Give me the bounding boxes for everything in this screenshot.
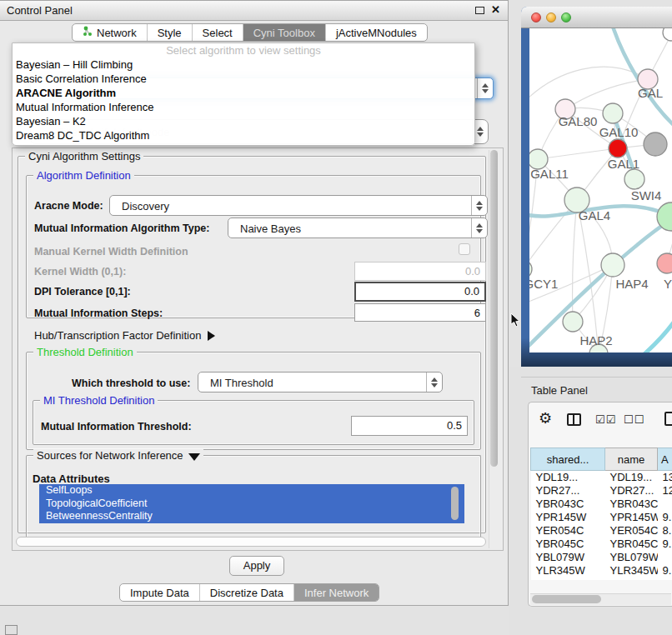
network-node[interactable] xyxy=(601,253,624,277)
network-node[interactable] xyxy=(644,132,667,156)
table-row[interactable]: YBR045CYBR045C9. xyxy=(531,538,672,551)
network-node[interactable] xyxy=(663,28,672,41)
network-node[interactable] xyxy=(624,169,644,189)
table-cell[interactable]: 12 xyxy=(658,484,672,498)
table-cell[interactable]: 9. xyxy=(658,538,672,551)
dpi-tolerance-field[interactable]: 0.0 xyxy=(354,282,486,302)
settings-vscrollbar-track[interactable] xyxy=(489,150,498,548)
tab-select[interactable]: Select xyxy=(193,24,243,41)
mi-threshold-field[interactable]: 0.5 xyxy=(351,416,468,436)
network-edge[interactable] xyxy=(538,148,618,159)
table-cell[interactable]: YIL052C xyxy=(605,578,658,581)
table-cell[interactable]: YBR043C xyxy=(531,498,605,511)
table-cell[interactable]: YPR145W xyxy=(531,511,605,524)
data-attributes-label: Data Attributes xyxy=(33,472,110,485)
table-row[interactable]: YBL079WYBL079W xyxy=(531,551,672,564)
mi-type-combobox[interactable]: Naive Bayes xyxy=(228,218,488,238)
algorithm-option[interactable]: Bayesian – K2 xyxy=(13,114,474,128)
algorithm-option[interactable]: Bayesian – Hill Climbing xyxy=(13,58,474,72)
select-all-checkboxes-icon[interactable]: ☑☑ xyxy=(595,413,616,426)
table-row[interactable]: YIL052CYIL052C0. xyxy=(531,578,672,581)
tab-infer-network[interactable]: Infer Network xyxy=(294,584,379,601)
new-table-icon[interactable] xyxy=(664,412,672,426)
table-cell[interactable]: YBL079W xyxy=(531,551,605,564)
data-attribute-item[interactable]: BetweennessCentrality xyxy=(39,510,464,523)
column-header-shared-name[interactable]: shared... xyxy=(531,448,605,471)
algorithm-option[interactable]: Dream8 DC_TDC Algorithm xyxy=(13,128,474,142)
algorithm-option[interactable]: ARACNE Algorithm xyxy=(13,86,474,100)
hub-definition-toggle[interactable]: Hub/Transcription Factor Definition xyxy=(34,329,215,342)
table-cell[interactable]: YDL19... xyxy=(605,471,658,484)
table-row[interactable]: YDL19...YDL19...13 xyxy=(531,471,672,484)
data-attributes-list[interactable]: SelfLoopsTopologicalCoefficientBetweenne… xyxy=(39,484,464,523)
table-cell[interactable]: YLR345W xyxy=(605,564,658,578)
network-node[interactable] xyxy=(563,312,583,332)
column-header-name[interactable]: name xyxy=(605,448,658,471)
tab-style[interactable]: Style xyxy=(148,24,193,41)
table-cell[interactable]: YDL19... xyxy=(531,471,605,484)
tab-jactivemnodules[interactable]: jActiveMNodules xyxy=(326,24,427,41)
algorithm-option[interactable]: Mutual Information Inference xyxy=(13,100,474,114)
settings-hscrollbar-thumb[interactable] xyxy=(16,537,486,547)
split-columns-icon[interactable] xyxy=(567,413,581,426)
table-cell[interactable] xyxy=(658,498,672,511)
aracne-mode-combobox[interactable]: Discovery xyxy=(109,195,488,216)
kernel-width-field[interactable]: 0.0 xyxy=(354,262,486,281)
table-row[interactable]: YLR345WYLR345W9. xyxy=(531,564,672,578)
table-cell[interactable]: YDR27... xyxy=(531,484,605,498)
table-cell[interactable]: YBR043C xyxy=(605,498,658,511)
table-cell[interactable]: YBR045C xyxy=(605,538,658,551)
settings-vscrollbar-thumb[interactable] xyxy=(490,150,498,467)
network-node[interactable] xyxy=(657,253,672,273)
table-row[interactable]: YPR145WYPR145W9. xyxy=(531,511,672,524)
which-threshold-combobox[interactable]: MI Threshold xyxy=(198,372,443,392)
float-window-icon[interactable] xyxy=(475,7,484,14)
table-cell[interactable]: YIL052C xyxy=(531,578,605,581)
manual-kernel-checkbox[interactable] xyxy=(459,243,470,255)
deselect-all-checkboxes-icon[interactable]: ☐☐ xyxy=(624,413,644,426)
table-cell[interactable] xyxy=(658,551,672,564)
control-panel-titlebar[interactable]: Control Panel ✕ xyxy=(0,1,508,21)
table-cell[interactable]: 9. xyxy=(658,511,672,524)
table-cell[interactable]: YER054C xyxy=(531,524,605,538)
table-row[interactable]: YER054CYER054C8. xyxy=(531,524,672,538)
column-header-partial[interactable]: A xyxy=(658,448,672,471)
panel-grip-icon[interactable] xyxy=(5,625,18,635)
tab-cyni-toolbox[interactable]: Cyni Toolbox xyxy=(243,24,326,41)
table-cell[interactable]: 13 xyxy=(658,471,672,484)
tab-discretize-data[interactable]: Discretize Data xyxy=(200,584,294,601)
table-cell[interactable]: 0. xyxy=(658,578,672,581)
table-cell[interactable]: YER054C xyxy=(605,524,658,538)
tab-impute-data[interactable]: Impute Data xyxy=(120,584,200,601)
table-cell[interactable]: 8. xyxy=(658,524,672,538)
data-attribute-item[interactable]: SelfLoops xyxy=(39,484,464,498)
network-node[interactable] xyxy=(529,260,532,278)
close-icon[interactable]: ✕ xyxy=(491,3,500,16)
data-attribute-item[interactable]: TopologicalCoefficient xyxy=(39,498,464,511)
gear-icon[interactable]: ⚙ xyxy=(539,409,552,427)
table-cell[interactable]: YPR145W xyxy=(605,511,658,524)
close-traffic-light-icon[interactable] xyxy=(531,12,541,22)
table-cell[interactable]: YBL079W xyxy=(605,551,658,564)
zoom-traffic-light-icon[interactable] xyxy=(561,12,571,22)
mi-steps-field[interactable]: 6 xyxy=(354,303,486,322)
table-row[interactable]: YDR27...YDR27...12 xyxy=(531,484,672,498)
table-cell[interactable]: YBR045C xyxy=(531,538,605,551)
minimize-traffic-light-icon[interactable] xyxy=(546,12,556,22)
table-hscrollbar-thumb[interactable] xyxy=(532,595,601,603)
node-table[interactable]: shared... name A YDL19...YDL19...13YDR27… xyxy=(529,448,672,580)
network-node[interactable] xyxy=(603,103,623,123)
tab-network[interactable]: Network xyxy=(73,24,148,41)
network-node[interactable] xyxy=(609,139,627,158)
network-canvas[interactable]: GALGAL80GAL10GAL1GAL11SWI4GAL4GCY1HAP4YH… xyxy=(529,28,672,352)
table-cell[interactable]: YLR345W xyxy=(531,564,605,578)
table-cell[interactable]: 9. xyxy=(658,564,672,578)
attributes-scrollbar-thumb[interactable] xyxy=(451,487,459,520)
sources-group-title[interactable]: Sources for Network Inference xyxy=(33,449,203,462)
table-row[interactable]: YBR043CYBR043C xyxy=(531,498,672,511)
apply-button[interactable]: Apply xyxy=(229,556,284,576)
network-window-titlebar[interactable] xyxy=(521,7,672,28)
data-attribute-item[interactable]: gal4RGexp xyxy=(39,523,464,524)
table-cell[interactable]: YDR27... xyxy=(605,484,658,498)
algorithm-option[interactable]: Basic Correlation Inference xyxy=(13,72,474,86)
